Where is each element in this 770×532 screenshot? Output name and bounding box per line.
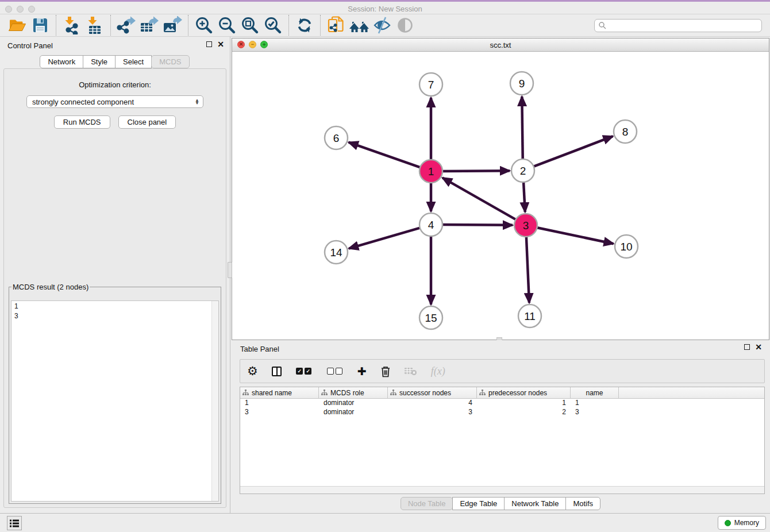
graph-edges — [349, 97, 614, 304]
tab-edge-table[interactable]: Edge Table — [452, 497, 505, 510]
home-layout-icon[interactable] — [349, 16, 369, 35]
column-header-shared-name[interactable]: shared name — [240, 387, 319, 398]
run-mcds-button[interactable]: Run MCDS — [54, 115, 110, 129]
panel-splitter-grip[interactable] — [228, 262, 232, 278]
float-panel-icon[interactable] — [206, 41, 212, 47]
import-table-icon[interactable] — [84, 16, 105, 35]
table-cell[interactable]: dominator — [319, 408, 388, 417]
graph-edge-3-11[interactable] — [526, 236, 529, 303]
float-table-panel-icon[interactable] — [744, 344, 750, 350]
show-graphics-details-icon[interactable] — [395, 16, 415, 35]
graph-edge-1-2[interactable] — [442, 171, 510, 171]
mcds-result-area[interactable]: 1 3 — [11, 300, 219, 502]
tab-style[interactable]: Style — [83, 55, 116, 68]
import-network-icon[interactable] — [61, 16, 82, 35]
table-cell[interactable]: 1 — [571, 399, 619, 408]
column-type-icon — [479, 390, 486, 396]
export-network-icon[interactable] — [116, 16, 137, 35]
column-header-successor-nodes[interactable]: successor nodes — [388, 387, 477, 398]
graph-edge-4-3[interactable] — [442, 225, 513, 225]
network-window-titlebar[interactable]: ✕ − ＋ scc.txt — [232, 38, 769, 52]
search-input[interactable] — [606, 21, 758, 30]
export-image-icon[interactable] — [162, 16, 183, 35]
node-table[interactable]: shared nameMCDS rolesuccessor nodesprede… — [240, 387, 765, 494]
save-session-icon[interactable] — [30, 16, 51, 35]
show-column-panel-icon[interactable] — [272, 363, 282, 380]
hide-graphics-details-icon[interactable] — [372, 16, 392, 35]
open-folder-icon[interactable] — [7, 16, 28, 35]
graph-edge-2-8[interactable] — [533, 136, 613, 167]
graph-node-3[interactable]: 3 — [514, 214, 537, 237]
table-cell[interactable]: 1 — [240, 399, 319, 408]
toolbar-separator — [188, 15, 188, 36]
column-header-predecessor-nodes[interactable]: predecessor nodes — [477, 387, 571, 398]
graph-node-8[interactable]: 8 — [614, 120, 637, 143]
graph-edge-3-1[interactable] — [442, 178, 517, 219]
refresh-icon[interactable] — [294, 16, 315, 35]
select-all-checkboxes-icon[interactable]: ✓✓ — [295, 363, 313, 380]
graph-edge-2-3[interactable] — [523, 182, 525, 212]
graph-edge-4-14[interactable] — [349, 228, 421, 248]
add-column-icon[interactable]: ✚ — [357, 363, 367, 380]
graph-node-6[interactable]: 6 — [325, 126, 348, 149]
column-header-MCDS-role[interactable]: MCDS role — [319, 387, 388, 398]
svg-text:14: 14 — [330, 246, 342, 259]
close-panel-button[interactable]: Close panel — [118, 115, 176, 129]
zoom-fit-icon[interactable] — [240, 16, 260, 35]
table-cell[interactable]: dominator — [319, 399, 388, 408]
graph-node-1[interactable]: 1 — [419, 160, 442, 183]
network-from-selection-icon[interactable] — [326, 16, 346, 35]
table-row[interactable]: 1dominator411 — [240, 399, 764, 408]
graph-node-10[interactable]: 10 — [615, 235, 638, 258]
network-view-window: ✕ − ＋ scc.txt 7968124314101511 — [232, 38, 769, 340]
table-horizontal-scrollbar[interactable] — [240, 486, 764, 494]
svg-text:8: 8 — [622, 126, 629, 138]
toolbar-search[interactable] — [594, 19, 762, 32]
tab-network-table[interactable]: Network Table — [504, 497, 566, 510]
svg-text:2: 2 — [520, 165, 526, 177]
graph-edge-2-9[interactable] — [522, 97, 522, 160]
graph-node-11[interactable]: 11 — [518, 304, 541, 327]
memory-button[interactable]: Memory — [718, 516, 766, 530]
delete-column-icon[interactable] — [380, 363, 391, 380]
graph-node-7[interactable]: 7 — [419, 73, 442, 96]
function-builder-icon[interactable]: f(x) — [431, 363, 445, 380]
table-cell[interactable]: 4 — [388, 399, 477, 408]
close-table-panel-icon[interactable]: ✕ — [755, 344, 762, 350]
toolbar-separator — [56, 15, 56, 36]
graph-node-4[interactable]: 4 — [419, 213, 442, 236]
graph-node-9[interactable]: 9 — [510, 72, 533, 95]
zoom-out-icon[interactable] — [217, 16, 237, 35]
tab-node-table[interactable]: Node Table — [401, 497, 453, 510]
svg-text:9: 9 — [519, 78, 525, 90]
task-history-button[interactable] — [7, 516, 22, 530]
list-icon — [10, 519, 19, 527]
table-cell[interactable]: 3 — [240, 408, 319, 417]
column-header-name[interactable]: name — [571, 387, 619, 398]
table-cell[interactable]: 1 — [477, 399, 571, 408]
graph-node-15[interactable]: 15 — [419, 306, 442, 329]
table-cell[interactable]: 2 — [477, 408, 571, 417]
close-panel-icon[interactable]: ✕ — [217, 41, 224, 47]
toolbar-separator — [320, 15, 321, 36]
graph-edge-1-6[interactable] — [349, 142, 421, 168]
table-row[interactable]: 3dominator323 — [240, 408, 764, 417]
zoom-selected-icon[interactable] — [263, 16, 283, 35]
deselect-all-checkboxes-icon[interactable] — [326, 363, 344, 380]
graph-node-14[interactable]: 14 — [325, 241, 348, 264]
zoom-in-icon[interactable] — [194, 16, 214, 35]
tab-mcds[interactable]: MCDS — [151, 55, 189, 68]
delete-table-icon[interactable] — [405, 363, 417, 380]
network-canvas[interactable]: 7968124314101511 — [232, 52, 769, 340]
graph-node-2[interactable]: 2 — [511, 159, 534, 182]
tab-motifs[interactable]: Motifs — [565, 497, 600, 510]
table-cell[interactable]: 3 — [388, 408, 477, 417]
tab-select[interactable]: Select — [115, 55, 152, 68]
table-cell[interactable]: 3 — [571, 408, 619, 417]
tab-network[interactable]: Network — [40, 55, 83, 68]
export-table-icon[interactable] — [139, 16, 160, 35]
graph-edge-3-10[interactable] — [537, 228, 614, 244]
result-scrollbar[interactable] — [211, 301, 218, 501]
criterion-select[interactable]: strongly connected component ▲▼ — [26, 95, 203, 108]
settings-gear-icon[interactable]: ⚙ — [247, 363, 258, 380]
